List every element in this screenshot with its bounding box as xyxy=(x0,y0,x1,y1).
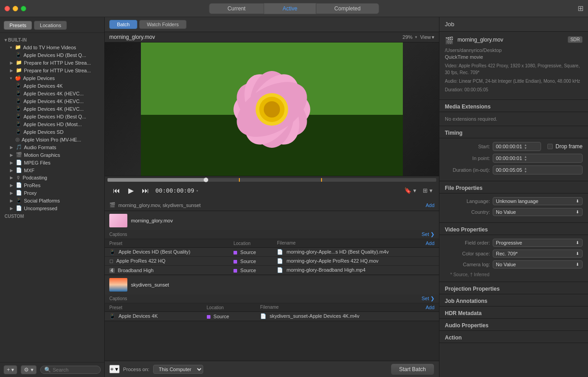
proxy-icon: 📄 xyxy=(16,190,22,196)
sidebar-item-proxy[interactable]: ▶ 📄 Proxy xyxy=(0,189,104,197)
tab-batch[interactable]: Batch xyxy=(109,20,137,29)
sidebar-item-uncompressed[interactable]: ▶ 📄 Uncompressed xyxy=(0,204,104,212)
right-panel: Job 🎬 morning_glory.mov SDR /Users/danny… xyxy=(439,17,588,377)
no-extensions-text: No extensions required. xyxy=(445,114,497,123)
camera-log-label: Camera log: xyxy=(445,262,490,267)
language-dropdown[interactable]: Unknown language ⬇ xyxy=(493,197,583,205)
sidebar-item-apple-devices[interactable]: ▾ 🍎 Apple Devices xyxy=(0,74,104,82)
sidebar-item-apple-vision[interactable]: ◎ Apple Vision Pro (MV-HE... xyxy=(0,136,104,143)
zoom-button[interactable] xyxy=(21,6,26,11)
col-preset: Preset xyxy=(105,303,202,312)
folder-icon: 🍎 xyxy=(15,75,21,81)
field-order-dropdown[interactable]: Progressive ⬇ xyxy=(493,239,583,247)
tab-completed[interactable]: Completed xyxy=(316,3,379,14)
uncomp-icon: 📄 xyxy=(16,205,22,211)
output-row-1-3[interactable]: 4 Broadband High Source 📄 morning-glory-… xyxy=(105,266,439,275)
sidebar-item-label: Apple Devices xyxy=(23,75,55,81)
view-button[interactable]: View ▾ xyxy=(420,34,434,40)
minimize-button[interactable] xyxy=(13,6,18,11)
tab-current[interactable]: Current xyxy=(209,3,264,14)
duration-time-field[interactable]: 00:00:05:05 ▲▼ xyxy=(493,165,583,174)
tab-presets[interactable]: Presets xyxy=(4,21,32,30)
sidebar-item-apple-hd-best2[interactable]: 📱 Apple Devices HD (Best Q... xyxy=(0,113,104,120)
bottom-add-button[interactable]: + ▾ xyxy=(109,365,120,373)
batch-area: 🎬 morning_glory.mov, skydivers_sunset Ad… xyxy=(105,199,439,361)
sidebar-item-apple-hd-most[interactable]: 📱 Apple Devices HD (Most... xyxy=(0,120,104,128)
file-video-info: Video: Apple ProRes 422 Proxy, 1920 x 10… xyxy=(445,62,583,76)
sidebar-item-add-tv[interactable]: ▾ 📁 Add to TV Home Videos xyxy=(0,43,104,51)
duration-label: Duration (in-out): xyxy=(445,167,490,173)
drop-frame-checkbox[interactable] xyxy=(547,144,553,149)
sidebar-item-podcasting[interactable]: ▶ 🎙 Podcasting xyxy=(0,174,104,181)
color-space-dropdown[interactable]: Rec. 709* ⬇ xyxy=(493,250,583,258)
bookmark-button[interactable]: 🔖 ▾ ⊞ ▾ xyxy=(404,187,433,194)
output-row-1-1[interactable]: 📱 Apple Devices HD (Best Quality) Source… xyxy=(105,248,439,257)
device-icon: 📱 xyxy=(15,106,22,112)
hdr-metadata-header: HDR Metadata xyxy=(439,306,588,319)
country-label: Country: xyxy=(445,209,490,215)
sidebar-item-audio-formats[interactable]: ▶ 🎵 Audio Formats xyxy=(0,143,104,151)
sidebar-item-apple-sd[interactable]: 📱 Apple Devices SD xyxy=(0,128,104,136)
location-cell: Source xyxy=(229,266,272,275)
sidebar-item-mxf[interactable]: ▶ 📄 MXF xyxy=(0,166,104,174)
start-time-field[interactable]: 00:00:00:01 ▲▼ xyxy=(493,142,541,151)
sidebar-item-label: Apple Vision Pro (MV-HE... xyxy=(22,137,81,142)
timeline-progress xyxy=(107,178,206,182)
timeline-thumb[interactable] xyxy=(204,178,208,182)
country-dropdown[interactable]: No Value ⬇ xyxy=(493,208,583,216)
sidebar-item-apple-4k-1[interactable]: 📱 Apple Devices 4K xyxy=(0,82,104,90)
close-button[interactable] xyxy=(5,6,10,11)
custom-section-label: CUSTOM xyxy=(0,212,104,220)
job-2-add-link[interactable]: Add xyxy=(425,305,434,310)
camera-log-dropdown[interactable]: No Value ⬇ xyxy=(493,260,583,269)
chevron-right-icon: ▶ xyxy=(10,183,13,188)
sidebar-item-motion-graphics[interactable]: ▶ 🎬 Motion Graphics xyxy=(0,151,104,159)
add-preset-button[interactable]: + ▾ xyxy=(4,365,17,374)
timing-header: Timing xyxy=(439,126,588,138)
sidebar-item-apple-4k-hevc-3[interactable]: 📱 Apple Devices 4K (HEVC... xyxy=(0,97,104,105)
job-1-add-link[interactable]: Add xyxy=(425,240,434,246)
traffic-lights xyxy=(5,6,26,11)
video-properties-header: Video Properties xyxy=(439,223,588,235)
timing-duration-row: Duration (in-out): 00:00:05:05 ▲▼ xyxy=(445,165,583,174)
timing-start-row: Start: 00:00:00:01 ▲▼ Drop frame xyxy=(445,142,583,151)
zoom-level: 29% xyxy=(402,34,412,40)
output-row-2-1[interactable]: 📱 Apple Devices 4K Source 📄 skydivers_su… xyxy=(105,312,439,321)
preset-cell: ◻ Apple ProRes 422 HQ xyxy=(105,257,229,266)
job-1-title: morning_glory.mov xyxy=(131,218,434,223)
sidebar-item-social-platforms[interactable]: ▶ 📱 Social Platforms xyxy=(0,197,104,204)
start-batch-button[interactable]: Start Batch xyxy=(391,363,434,375)
file-icon: 📄 xyxy=(260,313,266,319)
process-select[interactable]: This Computer xyxy=(153,365,203,374)
play-button[interactable]: ▶ xyxy=(126,185,135,196)
audio-icon: 🎵 xyxy=(16,144,22,150)
sidebar-item-apple-4k-hevc-4[interactable]: 📱 Apple Devices 4K (HEVC... xyxy=(0,105,104,113)
preset-cell: 📱 Apple Devices 4K xyxy=(105,312,202,321)
tab-watch-folders[interactable]: Watch Folders xyxy=(139,20,187,29)
tab-active[interactable]: Active xyxy=(264,3,316,14)
batch-add-button[interactable]: Add xyxy=(425,203,434,208)
job-item-2: skydivers_sunset Captions Set ❯ Preset L… xyxy=(105,275,439,321)
sidebar-item-apple-4k-hevc-2[interactable]: 📱 Apple Devices 4K (HEVC... xyxy=(0,90,104,97)
go-to-end-button[interactable]: ⏭ xyxy=(140,186,151,196)
sidebar-item-mpeg[interactable]: ▶ 📄 MPEG Files xyxy=(0,159,104,166)
sidebar-item-http-live-2[interactable]: ▶ 📁 Prepare for HTTP Live Strea... xyxy=(0,66,104,74)
grid-icon[interactable]: ⊞ xyxy=(578,4,583,13)
film-icon: 🎬 xyxy=(109,202,116,208)
timeline-bar[interactable] xyxy=(107,178,436,182)
settings-button[interactable]: ⚙ ▾ xyxy=(21,365,36,374)
sidebar-item-prores[interactable]: ▶ 📄 ProRes xyxy=(0,181,104,189)
output-row-1-2[interactable]: ◻ Apple ProRes 422 HQ Source 📄 morning-g… xyxy=(105,257,439,266)
preset-cell: 4 Broadband High xyxy=(105,266,229,275)
tab-locations[interactable]: Locations xyxy=(34,21,67,30)
sidebar-item-apple-hd-best[interactable]: 📱 Apple Devices HD (Best Q... xyxy=(0,51,104,59)
inpoint-time-field[interactable]: 00:00:00:01 ▲▼ xyxy=(493,154,583,163)
go-to-start-button[interactable]: ⏮ xyxy=(111,186,122,196)
captions-set-button-1[interactable]: Set ❯ xyxy=(421,231,434,237)
chevron-right-icon: ▶ xyxy=(10,206,13,211)
search-input[interactable] xyxy=(53,367,97,372)
sidebar-item-http-live-1[interactable]: ▶ 📁 Prepare for HTTP Live Strea... xyxy=(0,59,104,66)
search-box[interactable]: 🔍 xyxy=(40,366,101,374)
timecode-display: 00:00:00:09 ▾ xyxy=(155,187,199,194)
captions-set-button-2[interactable]: Set ❯ xyxy=(421,296,434,302)
